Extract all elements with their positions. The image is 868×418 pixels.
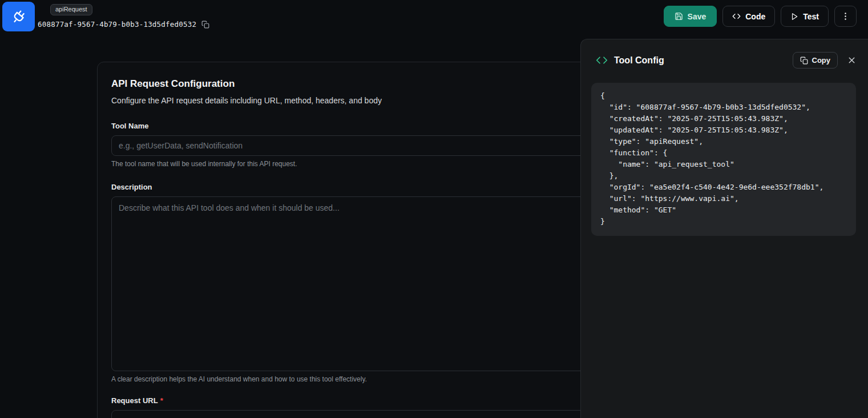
test-button-label: Test: [803, 12, 819, 21]
test-button[interactable]: Test: [781, 6, 829, 27]
tool-config-code-icon: [596, 54, 608, 66]
code-icon: [732, 12, 741, 21]
copy-config-button[interactable]: Copy: [793, 52, 838, 69]
tool-config-code: { "id": "608877af-9567-4b79-b0b3-13d5dfe…: [591, 83, 856, 236]
copy-icon: [800, 57, 808, 65]
more-options-button[interactable]: [834, 6, 857, 27]
tool-id-text: 608877af-9567-4b79-b0b3-13d5dfed0532: [38, 20, 196, 29]
play-icon: [790, 13, 798, 21]
save-button-label: Save: [688, 12, 706, 21]
required-asterisk: *: [160, 396, 163, 405]
save-icon: [675, 12, 683, 21]
tool-type-badge: apiRequest: [50, 4, 92, 15]
copy-button-label: Copy: [812, 56, 831, 65]
tool-config-panel: Tool Config Copy { "id": "608877af-9567-…: [580, 39, 868, 418]
save-button[interactable]: Save: [664, 6, 717, 27]
plug-icon: [11, 9, 27, 25]
request-url-label-text: Request URL: [111, 396, 158, 405]
code-button[interactable]: Code: [722, 6, 775, 27]
vapi-logo[interactable]: [2, 2, 35, 31]
code-button-label: Code: [745, 12, 765, 21]
header-actions: Save Code Test: [664, 6, 857, 27]
kebab-menu-icon: [841, 11, 850, 21]
close-icon[interactable]: [847, 55, 857, 65]
tool-config-title: Tool Config: [614, 55, 664, 66]
copy-id-icon[interactable]: [201, 21, 209, 29]
